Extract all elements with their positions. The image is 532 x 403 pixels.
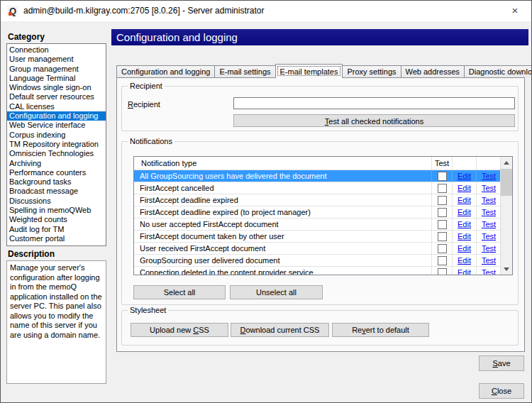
sidebar-item[interactable]: Corpus indexing [7,131,106,140]
tab-proxy-settings[interactable]: Proxy settings [342,65,401,77]
notification-type-cell[interactable]: FirstAccept cancelled [134,182,432,194]
sidebar-item[interactable]: Archiving [7,159,106,168]
test-link[interactable]: Test [482,232,496,241]
tab-e-mail-templates[interactable]: E-mail templates [275,64,343,78]
table-row[interactable]: No user accepted FirstAccept documentEdi… [134,219,501,231]
test-cell: Test [477,255,501,266]
test-cell: Test [477,243,501,254]
table-row[interactable]: User received FirstAccept documentEditTe… [134,243,501,255]
test-link[interactable]: Test [482,220,496,228]
upload-new-css-button[interactable]: Upload new CSS [131,323,228,337]
sidebar-item[interactable]: Discussions [7,197,106,206]
sidebar-item[interactable]: Group management [7,65,106,74]
category-listbox[interactable]: ConnectionUser managementGroup managemen… [6,43,106,246]
table-scrollbar[interactable] [500,157,512,275]
test-checkbox-cell [432,267,453,275]
table-row[interactable]: FirstAccept deadline expired (to project… [134,206,501,219]
column-header-edit[interactable] [453,157,477,170]
edit-link[interactable]: Edit [458,220,471,228]
test-checkbox[interactable] [438,244,447,253]
notification-type-cell[interactable]: User received FirstAccept document [134,243,432,254]
test-all-notifications-button[interactable]: Test all checked notifications [233,114,515,127]
table-row[interactable]: Connection deleted in the content provid… [134,267,501,275]
table-row[interactable]: FirstAccept cancelledEditTest [134,182,501,194]
column-header-test[interactable]: Test [432,157,453,170]
test-link[interactable]: Test [482,196,496,204]
test-checkbox[interactable] [438,268,447,276]
sidebar-item[interactable]: Connection [7,45,106,55]
test-link[interactable]: Test [482,184,496,192]
table-row[interactable]: GroupSourcing user delivered documentEdi… [134,255,501,267]
close-button[interactable]: Close [479,383,524,399]
scrollbar-thumb[interactable] [501,169,512,196]
table-row[interactable]: FirstAccept document taken by other user… [134,231,501,243]
edit-link[interactable]: Edit [458,256,471,265]
test-link[interactable]: Test [482,208,496,216]
edit-cell: Edit [453,182,477,194]
sidebar-item[interactable]: CAL licenses [7,102,106,111]
unselect-all-button[interactable]: Unselect all [230,285,323,299]
table-row[interactable]: All GroupSourcing users have delivered t… [134,170,501,182]
notification-type-cell[interactable]: FirstAccept deadline expired [134,194,432,206]
sidebar-item[interactable]: Language Terminal [7,74,106,83]
edit-link[interactable]: Edit [458,172,471,180]
notification-type-cell[interactable]: FirstAccept deadline expired (to project… [134,206,432,218]
edit-link[interactable]: Edit [458,232,471,241]
notification-type-cell[interactable]: Connection deleted in the content provid… [134,267,432,275]
scroll-up-icon[interactable] [501,157,512,168]
test-checkbox-cell [432,194,453,206]
notification-type-cell[interactable]: No user accepted FirstAccept document [134,219,432,230]
sidebar-item[interactable]: Audit log for TM [7,225,106,234]
revert-to-default-button[interactable]: Revert to default [332,323,429,337]
download-current-css-button[interactable]: Download current CSS [231,323,329,337]
tab-diagnostic-downloads[interactable]: Diagnostic downloads [464,65,532,77]
edit-link[interactable]: Edit [458,184,471,192]
tab-web-addresses[interactable]: Web addresses [401,65,465,77]
tab-configuration-and-logging[interactable]: Configuration and logging [116,65,215,77]
notification-type-cell[interactable]: GroupSourcing user delivered document [134,255,432,266]
sidebar-item[interactable]: Performance counters [7,168,106,177]
sidebar-item[interactable]: TM Repository integration [7,140,106,149]
test-checkbox[interactable] [438,220,447,229]
edit-link[interactable]: Edit [458,196,471,204]
tab-e-mail-settings[interactable]: E-mail settings [214,65,275,77]
test-checkbox-cell [432,170,453,182]
test-checkbox[interactable] [438,184,447,193]
notification-type-cell[interactable]: All GroupSourcing users have delivered t… [134,170,432,182]
close-icon[interactable]: × [504,3,526,18]
sidebar-item[interactable]: Customer portal [7,234,106,243]
sidebar-item[interactable]: Broadcast message [7,187,106,196]
test-checkbox[interactable] [438,256,447,265]
test-checkbox[interactable] [438,172,447,181]
notification-type-cell[interactable]: FirstAccept document taken by other user [134,231,432,242]
test-link[interactable]: Test [482,268,496,275]
edit-link[interactable]: Edit [458,244,471,253]
test-link[interactable]: Test [482,172,496,180]
test-cell: Test [477,267,501,275]
sidebar-item[interactable]: User management [7,55,106,64]
test-checkbox[interactable] [438,232,447,241]
edit-link[interactable]: Edit [458,268,471,275]
sidebar-item[interactable]: Configuration and logging [7,111,106,121]
column-header-notification-type[interactable]: Notification type [134,157,432,170]
sidebar-item[interactable]: Windows single sign-on [7,83,106,92]
test-link[interactable]: Test [482,244,496,253]
select-all-button[interactable]: Select all [133,285,226,299]
recipient-input[interactable] [233,97,515,109]
save-button[interactable]: Save [479,355,524,371]
test-link[interactable]: Test [482,256,496,265]
sidebar-item[interactable]: Web Service interface [7,121,106,130]
test-checkbox[interactable] [438,196,447,205]
sidebar-item[interactable]: Default server resources [7,92,106,101]
sidebar-item[interactable]: Background tasks [7,177,106,187]
title-bar[interactable]: Q admin@build-m.kilgray.com:2705 [8.0.26… [1,1,531,21]
page-title: Configuration and logging [111,29,528,45]
scroll-down-icon[interactable] [501,263,512,275]
sidebar-item[interactable]: Weighted counts [7,215,106,224]
column-header-test-action[interactable] [477,157,501,170]
table-row[interactable]: FirstAccept deadline expiredEditTest [134,194,501,206]
edit-link[interactable]: Edit [458,208,471,216]
sidebar-item[interactable]: Omniscien Technologies [7,149,106,158]
test-checkbox[interactable] [438,208,447,217]
sidebar-item[interactable]: Spelling in memoQWeb [7,206,106,215]
